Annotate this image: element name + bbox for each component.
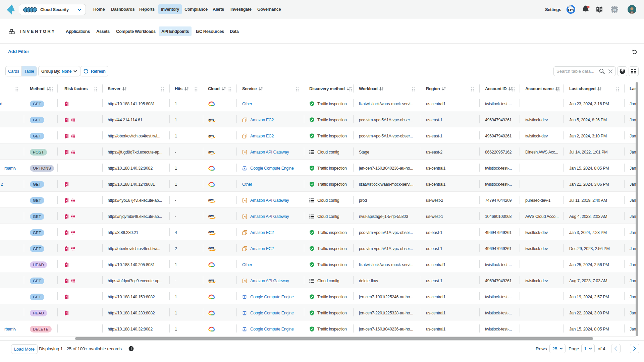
svg-text:aws: aws [208,246,215,250]
svg-text:aws: aws [208,278,215,282]
svg-text:aws: aws [208,230,215,234]
svg-text:aws: aws [208,198,215,201]
svg-text:AI: AI [613,8,616,11]
svg-text:aws: aws [208,117,215,121]
svg-text:aws: aws [208,133,215,137]
svg-text:aws: aws [208,149,215,153]
svg-text:83%: 83% [568,8,574,11]
svg-text:aws: aws [208,214,215,218]
